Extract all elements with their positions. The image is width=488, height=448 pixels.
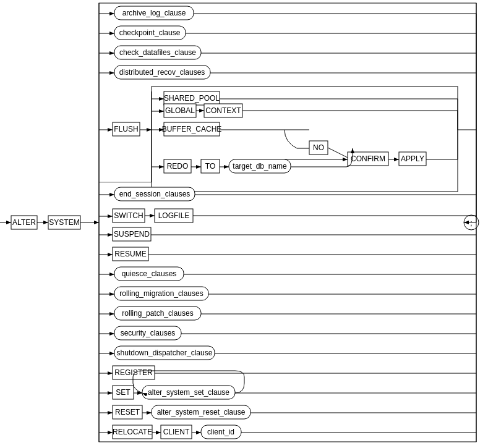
logfile-label: LOGFILE (158, 211, 190, 220)
apply-label: APPLY (401, 154, 424, 163)
rolling-migration-label: rolling_migration_clauses (119, 289, 203, 298)
reset-label: RESET (115, 408, 140, 416)
syntax-diagram: ALTER SYSTEM ; archive_log_clause checkp… (0, 0, 488, 448)
buffer-cache-label: BUFFER_CACHE (162, 125, 222, 133)
suspend-label: SUSPEND (114, 230, 150, 239)
switch-label: SWITCH (114, 211, 143, 220)
redo-label: REDO (167, 162, 189, 171)
target-db-label: target_db_name (233, 162, 287, 171)
shutdown-dispatcher-label: shutdown_dispatcher_clause (117, 349, 213, 357)
client-id-label: client_id (207, 428, 234, 436)
shared-pool-label: SHARED_POOL (164, 94, 220, 103)
check-datafiles-label: check_datafiles_clause (119, 48, 196, 57)
alter-label: ALTER (12, 218, 36, 227)
register-label: REGISTER (114, 368, 153, 377)
flush-label: FLUSH (114, 125, 138, 133)
confirm-label: CONFIRM (351, 154, 385, 163)
relocate-label: RELOCATE (113, 428, 152, 436)
to-label: TO (205, 162, 215, 171)
client-label: CLIENT (163, 428, 190, 436)
end-session-label: end_session_clauses (119, 190, 190, 198)
distributed-recov-label: distributed_recov_clauses (119, 68, 205, 77)
rolling-patch-label: rolling_patch_clauses (122, 309, 193, 318)
resume-label: RESUME (114, 250, 146, 258)
no-label: NO (313, 143, 324, 152)
alter-system-set-label: alter_system_set_clause (148, 388, 229, 397)
checkpoint-clause-label: checkpoint_clause (119, 28, 181, 37)
archive-log-clause-label: archive_log_clause (122, 9, 186, 17)
quiesce-label: quiesce_clauses (122, 269, 177, 278)
semicolon-label: ; (470, 219, 472, 227)
set-label: SET (116, 388, 131, 397)
security-label: security_clauses (121, 329, 176, 337)
context-label: CONTEXT (205, 106, 241, 115)
alter-system-reset-label: alter_system_reset_clause (157, 408, 246, 416)
global-label: GLOBAL (165, 106, 195, 115)
system-label: SYSTEM (49, 218, 79, 227)
